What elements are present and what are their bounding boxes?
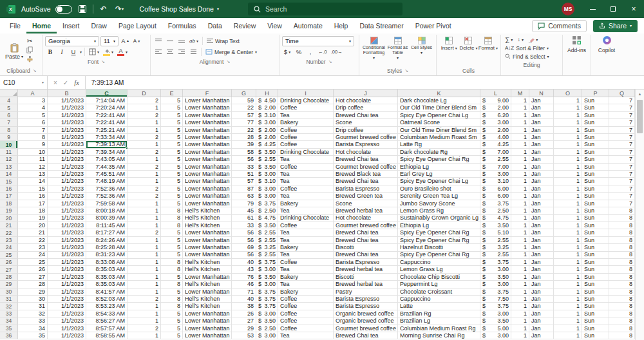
cell-C29[interactable]: 8:35:03 AM: [86, 281, 128, 288]
cell-C32[interactable]: 8:53:23 AM: [86, 303, 128, 310]
cell-K21[interactable]: Ethiopia Lg: [398, 222, 480, 229]
cell-N6[interactable]: Jan: [529, 112, 554, 119]
cell-Q36[interactable]: 8: [609, 332, 635, 339]
cell-H32[interactable]: $3.75: [256, 303, 278, 310]
cell-G5[interactable]: 22: [232, 104, 256, 111]
cell-J20[interactable]: Hot chocolate: [334, 215, 398, 222]
tab-page-layout[interactable]: Page Layout: [113, 18, 162, 33]
cell-A30[interactable]: 29: [18, 288, 48, 296]
row-header-18[interactable]: 18: [0, 200, 18, 207]
cell-L26[interactable]: $3.75: [480, 259, 511, 266]
cell-P32[interactable]: Sun: [582, 303, 609, 310]
cell-C9[interactable]: 7:33:34 AM: [86, 134, 128, 141]
align-top-button[interactable]: [153, 36, 164, 46]
cell-I10[interactable]: Coffee: [278, 141, 334, 148]
cell-L6[interactable]: $6.20: [480, 112, 511, 119]
cell-O36[interactable]: 1: [554, 332, 582, 339]
cell-H20[interactable]: $4.75: [256, 215, 278, 222]
cell-N13[interactable]: Jan: [529, 164, 554, 171]
cell-J7[interactable]: Scone: [334, 119, 398, 126]
tab-view[interactable]: View: [261, 18, 288, 33]
cell-Q33[interactable]: 8: [609, 310, 635, 317]
cell-B34[interactable]: 1/1/2023: [48, 317, 86, 325]
cell-K34[interactable]: Brazilian Lg: [398, 317, 480, 325]
cell-F29[interactable]: Hell's Kitchen: [183, 281, 232, 288]
tab-help[interactable]: Help: [328, 18, 354, 33]
name-box[interactable]: C10 ▾: [0, 76, 48, 89]
cell-I19[interactable]: Tea: [278, 207, 334, 214]
column-header-G[interactable]: G: [232, 90, 256, 97]
cell-J24[interactable]: Biscotti: [334, 244, 398, 251]
cell-B23[interactable]: 1/1/2023: [48, 237, 86, 244]
tab-insert[interactable]: Insert: [57, 18, 85, 33]
cell-M8[interactable]: 1: [511, 127, 529, 134]
cell-E13[interactable]: 5: [161, 164, 183, 171]
cell-Q7[interactable]: 7: [609, 119, 635, 126]
cell-N31[interactable]: Jan: [529, 296, 554, 303]
cell-P35[interactable]: Sun: [582, 325, 609, 332]
cell-P28[interactable]: Sun: [582, 274, 609, 281]
cell-M16[interactable]: 1: [511, 185, 529, 193]
cell-P22[interactable]: Sun: [582, 229, 609, 236]
cell-A33[interactable]: 32: [18, 310, 48, 317]
cell-O23[interactable]: 1: [554, 237, 582, 244]
cell-D26[interactable]: 1: [128, 259, 161, 266]
cell-M9[interactable]: 1: [511, 134, 529, 141]
cell-C7[interactable]: 7:22:41 AM: [86, 119, 128, 126]
cell-O13[interactable]: 1: [554, 164, 582, 171]
cell-N33[interactable]: Jan: [529, 310, 554, 317]
excel-logo-icon[interactable]: X: [5, 3, 17, 15]
cell-Q10[interactable]: 7: [609, 141, 635, 148]
cell-N19[interactable]: Jan: [529, 207, 554, 214]
cell-J31[interactable]: Barista Espresso: [334, 296, 398, 303]
cell-I31[interactable]: Coffee: [278, 296, 334, 303]
cell-I35[interactable]: Coffee: [278, 325, 334, 332]
cell-I21[interactable]: Coffee: [278, 222, 334, 229]
cell-N4[interactable]: Jan: [529, 97, 554, 104]
row-header-27[interactable]: 27: [0, 266, 18, 273]
cell-B26[interactable]: 1/1/2023: [48, 259, 86, 266]
cell-L23[interactable]: $2.55: [480, 237, 511, 244]
cell-O11[interactable]: 1: [554, 149, 582, 156]
cell-H9[interactable]: $2.00: [256, 134, 278, 141]
cell-C15[interactable]: 7:48:19 AM: [86, 178, 128, 185]
cell-A7[interactable]: 6: [18, 119, 48, 126]
cell-J29[interactable]: Brewed herbal tea: [334, 281, 398, 288]
sort-filter-button[interactable]: A↓Z Sort & Filter ▾: [504, 45, 550, 52]
cell-J32[interactable]: Barista Espresso: [334, 303, 398, 310]
select-all-button[interactable]: [0, 90, 18, 97]
cell-J22[interactable]: Brewed Chai tea: [334, 229, 398, 236]
cell-N18[interactable]: Jan: [529, 200, 554, 207]
cell-M18[interactable]: 1: [511, 200, 529, 207]
cell-G21[interactable]: 33: [232, 222, 256, 229]
cell-E28[interactable]: 5: [161, 274, 183, 281]
cell-B22[interactable]: 1/1/2023: [48, 229, 86, 236]
cell-E4[interactable]: 5: [161, 97, 183, 104]
cell-G10[interactable]: 39: [232, 141, 256, 148]
enter-button[interactable]: ✓: [63, 79, 68, 86]
column-header-F[interactable]: F: [183, 90, 232, 97]
cell-D7[interactable]: 1: [128, 119, 161, 126]
increase-font-size-button[interactable]: A▾: [120, 36, 130, 46]
cell-O20[interactable]: 1: [554, 215, 582, 222]
cell-I20[interactable]: Drinking Chocolate: [278, 215, 334, 222]
conditional-formatting-button[interactable]: Conditional Formatting ▾: [362, 35, 386, 66]
column-header-J[interactable]: J: [334, 90, 398, 97]
row-header-23[interactable]: 23: [0, 237, 18, 244]
cell-N35[interactable]: Jan: [529, 325, 554, 332]
cell-P29[interactable]: Sun: [582, 281, 609, 288]
tab-power-pivot[interactable]: Power Pivot: [410, 18, 457, 33]
cell-J27[interactable]: Brewed herbal tea: [334, 266, 398, 273]
cell-B30[interactable]: 1/1/2023: [48, 288, 86, 296]
cell-N16[interactable]: Jan: [529, 185, 554, 193]
cell-A36[interactable]: 35: [18, 332, 48, 339]
cell-styles-button[interactable]: Cell Styles ▾: [410, 35, 433, 66]
cell-K31[interactable]: Cappuccino: [398, 296, 480, 303]
cell-O8[interactable]: 1: [554, 127, 582, 134]
cell-I5[interactable]: Coffee: [278, 104, 334, 111]
column-header-P[interactable]: P: [582, 90, 609, 97]
cell-C35[interactable]: 8:57:57 AM: [86, 325, 128, 332]
cell-E16[interactable]: 5: [161, 185, 183, 193]
cell-M17[interactable]: 1: [511, 193, 529, 200]
cell-D22[interactable]: 2: [128, 229, 161, 236]
